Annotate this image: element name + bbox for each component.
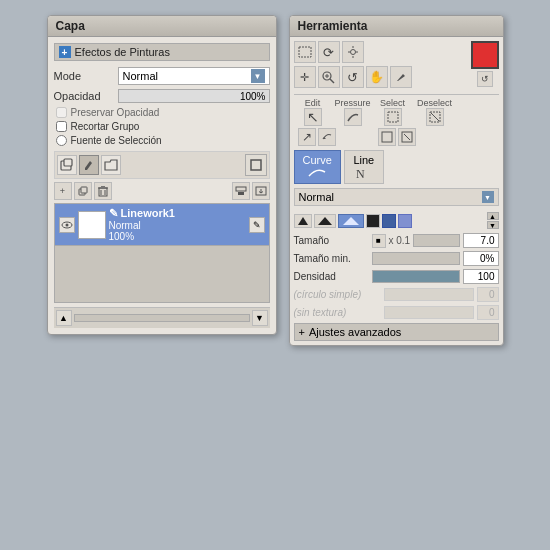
- magic-wand-tool[interactable]: [342, 41, 364, 63]
- brush-scroll-up[interactable]: ▲: [487, 212, 499, 220]
- scroll-up-btn[interactable]: ▲: [56, 310, 72, 326]
- ajustes-label: Ajustes avanzados: [309, 326, 401, 338]
- preserve-opacity-checkbox[interactable]: [56, 107, 67, 118]
- color-swatch[interactable]: [471, 41, 499, 69]
- import-btn[interactable]: [252, 182, 270, 200]
- copy-layer-btn[interactable]: [74, 182, 92, 200]
- size-toggle-btn[interactable]: ■: [372, 234, 386, 248]
- layer-item[interactable]: ✎ Linework1 Normal 100% ✎: [55, 204, 269, 246]
- capa-panel: Capa + Efectos de Pinturas Mode Normal ▼…: [47, 15, 277, 335]
- new-layer-btn[interactable]: [57, 155, 77, 175]
- brush-scroll-down[interactable]: ▼: [487, 221, 499, 229]
- selection-source-label: Fuente de Selección: [71, 135, 162, 146]
- svg-rect-4: [81, 187, 87, 193]
- layer-visibility-btn[interactable]: [59, 217, 75, 233]
- size-bar[interactable]: [413, 234, 459, 247]
- opacity-row: Opacidad 100%: [54, 89, 270, 103]
- svg-rect-16: [299, 47, 311, 57]
- effects-label: Efectos de Pinturas: [75, 46, 170, 58]
- pointer-tool[interactable]: ↖: [304, 108, 322, 126]
- pressure-label: Pressure: [334, 98, 370, 108]
- clip-group-row: Recortar Grupo: [56, 121, 270, 132]
- line-btn[interactable]: Line N: [344, 150, 384, 184]
- merge-down-btn[interactable]: [232, 182, 250, 200]
- layer-thumbnail: [78, 211, 106, 239]
- mode-value: Normal: [123, 70, 158, 82]
- mode-dropdown[interactable]: Normal ▼: [118, 67, 270, 85]
- rect-select-tool[interactable]: [294, 41, 316, 63]
- layer-opacity-val: 100%: [109, 231, 246, 242]
- herramienta-title: Herramienta: [290, 16, 503, 37]
- brush-shape-1[interactable]: [294, 214, 312, 228]
- size-value[interactable]: 7.0: [463, 233, 499, 248]
- preserve-opacity-label: Preservar Opacidad: [71, 107, 160, 118]
- select-label: Select: [380, 98, 405, 108]
- curve-btn[interactable]: Curve: [294, 150, 341, 184]
- opacity-bar[interactable]: 100%: [118, 89, 270, 103]
- size-multiplier: x 0.1: [389, 235, 411, 246]
- mode-dropdown-arrow: ▼: [251, 69, 265, 83]
- circle-label: (círculo simple): [294, 289, 382, 300]
- opacity-label: Opacidad: [54, 90, 114, 102]
- layer-info: ✎ Linework1 Normal 100%: [109, 207, 246, 242]
- effects-expand-icon: +: [59, 46, 71, 58]
- ajustes-header[interactable]: + Ajustes avanzados: [294, 323, 499, 341]
- folder-btn[interactable]: [101, 155, 121, 175]
- pan-tool[interactable]: ✋: [366, 66, 388, 88]
- texture-label: (sin textura): [294, 307, 382, 318]
- mode-row: Mode Normal ▼: [54, 67, 270, 85]
- svg-rect-1: [64, 159, 72, 166]
- node-edit-btn[interactable]: ↗: [298, 128, 316, 146]
- brush-color-mid[interactable]: [382, 214, 396, 228]
- edit-layer-btn[interactable]: [79, 155, 99, 175]
- size-row: Tamaño ■ x 0.1 7.0: [294, 233, 499, 248]
- svg-text:N: N: [356, 167, 365, 180]
- select-tool-btn[interactable]: [384, 108, 402, 126]
- brush-shape-2[interactable]: [314, 214, 336, 228]
- preserve-opacity-row: Preservar Opacidad: [56, 107, 270, 118]
- circle-bar: [384, 288, 474, 301]
- density-label: Densidad: [294, 271, 369, 282]
- delete-layer-btn[interactable]: [94, 182, 112, 200]
- curve-label: Curve: [303, 154, 332, 166]
- layer-edit-icon[interactable]: ✎: [249, 217, 265, 233]
- layer-square-btn[interactable]: [245, 154, 267, 176]
- brush-color-dark[interactable]: [366, 214, 380, 228]
- effects-section-header[interactable]: + Efectos de Pinturas: [54, 43, 270, 61]
- brush-shape-3[interactable]: [338, 214, 364, 228]
- lasso-tool[interactable]: ⟳: [318, 41, 340, 63]
- texture-bar: [384, 306, 474, 319]
- size-min-value[interactable]: 0%: [463, 251, 499, 266]
- rotate-tool[interactable]: ↺: [342, 66, 364, 88]
- pressure-tool[interactable]: [344, 108, 362, 126]
- normal-label: Normal: [299, 191, 334, 203]
- svg-rect-11: [238, 192, 244, 195]
- svg-rect-2: [251, 160, 261, 170]
- normal-dropdown[interactable]: Normal ▼: [294, 188, 499, 206]
- color-reset-btn[interactable]: ↺: [477, 71, 493, 87]
- svg-marker-35: [343, 217, 359, 225]
- deselect-tool-btn[interactable]: [426, 108, 444, 126]
- pen-tool[interactable]: [390, 66, 412, 88]
- add-layer-btn[interactable]: +: [54, 182, 72, 200]
- zoom-tool[interactable]: [318, 66, 340, 88]
- select2-btn[interactable]: [378, 128, 396, 146]
- scroll-down-btn[interactable]: ▼: [252, 310, 268, 326]
- layer-toolbar: [54, 151, 270, 179]
- move-tool[interactable]: ✛: [294, 66, 316, 88]
- brush-color-light[interactable]: [398, 214, 412, 228]
- svg-marker-34: [318, 217, 332, 225]
- deselect2-btn[interactable]: [398, 128, 416, 146]
- svg-rect-29: [382, 132, 392, 142]
- edit-label: Edit: [305, 98, 321, 108]
- transform-btn[interactable]: [318, 128, 336, 146]
- density-value[interactable]: 100: [463, 269, 499, 284]
- capa-title: Capa: [48, 16, 276, 37]
- size-min-bar[interactable]: [372, 252, 460, 265]
- density-bar[interactable]: [372, 270, 460, 283]
- tool-row-2: ✛ ↺ ✋: [294, 66, 469, 88]
- opacity-value: 100%: [240, 90, 266, 104]
- svg-line-31: [404, 134, 410, 140]
- selection-source-radio[interactable]: [56, 135, 67, 146]
- clip-group-checkbox[interactable]: [56, 121, 67, 132]
